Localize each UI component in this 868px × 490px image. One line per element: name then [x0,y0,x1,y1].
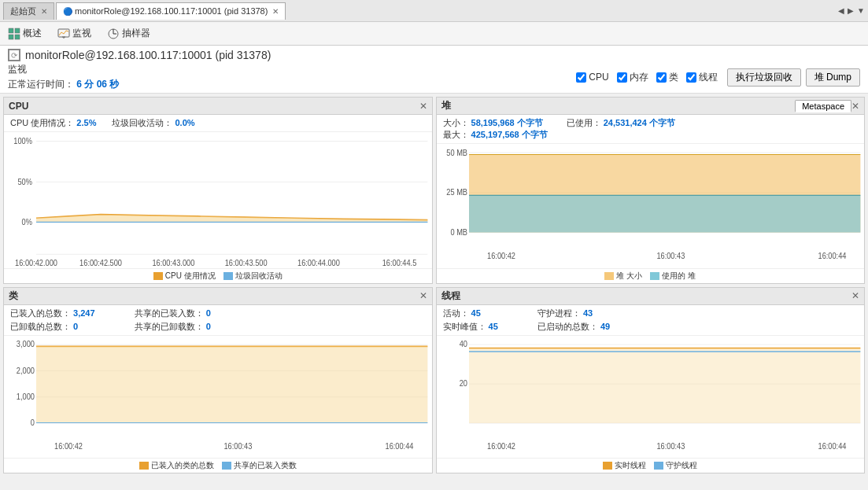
uptime-label: 正常运行时间： [8,79,74,90]
toolbar-sampler[interactable]: 抽样器 [104,25,153,42]
svg-text:40: 40 [459,340,467,348]
toolbar-monitor[interactable]: 监视 [54,25,94,42]
checkbox-cpu[interactable]: CPU [576,71,608,84]
cpu-chart: 100% 50% 0% 16:00:42.000 16:00:42.500 16… [4,132,432,268]
classes-panel-header: 类 ✕ [4,288,432,305]
threads-active-value: 45 [471,308,481,318]
classes-panel-subheader: 已装入的总数： 3,247 已卸载的总数： 0 共享的已装入数： 0 共享的已卸… [4,305,432,336]
uptime-label-row: 正常运行时间： 6 分 06 秒 [8,78,119,91]
threads-chart: 40 20 16:00:42 16:00:43 16:00:44 [437,336,865,459]
classes-panel-body: 3,000 2,000 1,000 0 16:00:42 16:00:43 16… [4,336,432,459]
svg-text:16:00:44.000: 16:00:44.000 [297,259,340,268]
toolbar: 概述 监视 抽样器 [0,22,868,46]
cpu-legend-usage: CPU 使用情况 [153,271,216,282]
heap-tab-metaspace[interactable]: Metaspace [795,100,851,112]
threads-started-label: 已启动的总数： [537,322,598,331]
checkbox-threads[interactable]: 线程 [686,71,718,84]
toolbar-overview[interactable]: 概述 [5,25,45,42]
heap-size-stat: 大小： 58,195,968 个字节 [443,117,543,129]
svg-marker-57 [469,348,860,423]
overview-icon [8,28,20,40]
checkbox-memory-input[interactable] [617,72,627,83]
svg-text:16:00:44: 16:00:44 [818,442,847,451]
svg-rect-1 [15,28,20,33]
cpu-panel-close[interactable]: ✕ [419,101,427,112]
threads-legend-live-label: 实时线程 [615,460,646,471]
threads-started-value: 49 [600,322,610,331]
classes-panel-title: 类 [9,289,419,303]
checkboxes: CPU 内存 类 线程 [576,71,717,84]
checkbox-classes[interactable]: 类 [656,71,678,84]
toolbar-sampler-label: 抽样器 [122,27,150,40]
threads-legend-live-color [603,462,612,470]
cpu-panel-subheader: CPU 使用情况： 2.5% 垃圾回收活动： 0.0% [4,115,432,132]
threads-peak-stat: 实时峰值： 45 [443,321,498,333]
classes-loaded-value: 3,247 [73,308,95,318]
threads-panel-subheader: 活动： 45 实时峰值： 45 守护进程： 43 已启动的总数： 49 [437,305,865,336]
svg-text:2,000: 2,000 [17,366,35,374]
gc-button[interactable]: 执行垃圾回收 [727,68,801,87]
tab-monitor-close[interactable]: ✕ [272,7,279,16]
tab-home[interactable]: 起始页 ✕ [3,2,54,20]
cpu-usage-label: CPU 使用情况： [10,118,74,127]
heap-tabs: Metaspace [795,100,851,112]
classes-panel-close[interactable]: ✕ [419,290,427,301]
toolbar-monitor-label: 监视 [72,27,91,40]
classes-chart: 3,000 2,000 1,000 0 16:00:42 16:00:43 16… [4,336,432,459]
heap-panel-close[interactable]: ✕ [851,101,859,112]
checkbox-classes-input[interactable] [656,72,667,83]
classes-shared-loaded-label: 共享的已装入数： [135,308,204,318]
svg-text:16:00:42.500: 16:00:42.500 [79,259,122,268]
heap-panel-header: 堆 Metaspace ✕ [437,98,865,115]
tab-monitor[interactable]: 🔵 monitorRole@192.168.100.117:10001 (pid… [56,2,286,20]
svg-marker-46 [36,346,427,423]
svg-rect-0 [9,28,13,33]
uptime-value: 6 分 06 秒 [76,79,119,90]
threads-stats-right: 守护进程： 43 已启动的总数： 49 [537,308,610,333]
svg-text:0 MB: 0 MB [450,227,467,236]
heap-dump-button[interactable]: 堆 Dump [806,68,860,87]
heap-max-value: 425,197,568 个字节 [471,130,548,139]
classes-loaded-stat: 已装入的总数： 3,247 [10,308,95,319]
nav-menu[interactable]: ▼ [857,6,865,15]
checkbox-memory[interactable]: 内存 [617,71,648,84]
svg-text:16:00:42: 16:00:42 [487,442,515,451]
heap-panel: 堆 Metaspace ✕ 大小： 58,195,968 个字节 已使用： 24… [436,97,866,284]
monitor-info: 监视 正常运行时间： 6 分 06 秒 [8,63,119,91]
heap-chart: 50 MB 25 MB 0 MB 16:00:42 16:00:43 16:00… [437,144,865,268]
process-title-row: ⟳ monitorRole@192.168.100.117:10001 (pid… [8,49,860,61]
classes-unloaded-label: 已卸载的总数： [10,322,71,331]
threads-panel-title: 线程 [441,289,852,303]
svg-text:16:00:43: 16:00:43 [223,442,252,451]
heap-panel-title: 堆 [441,99,796,112]
classes-panel: 类 ✕ 已装入的总数： 3,247 已卸载的总数： 0 共享的已装入数： 0 [3,287,433,474]
classes-stats-right: 共享的已装入数： 0 共享的已卸载数： 0 [135,308,211,333]
svg-text:16:00:42: 16:00:42 [54,442,83,451]
svg-text:0: 0 [31,418,35,427]
heap-legend-used-color [650,272,659,280]
classes-shared-unloaded-label: 共享的已卸载数： [135,322,204,331]
threads-daemon-value: 43 [583,308,593,318]
heap-used-stat: 已使用： 24,531,424 个字节 [567,117,675,129]
svg-text:16:00:43.000: 16:00:43.000 [152,259,194,268]
threads-peak-label: 实时峰值： [443,322,486,331]
checkbox-classes-label: 类 [669,71,678,84]
nav-forward[interactable]: ▶ [848,6,854,15]
classes-shared-unloaded-stat: 共享的已卸载数： 0 [135,321,211,333]
classes-shared-loaded-value: 0 [206,308,211,318]
sampler-icon [107,28,120,40]
svg-rect-3 [15,35,20,39]
threads-panel-close[interactable]: ✕ [851,290,859,301]
checkbox-threads-input[interactable] [686,72,696,83]
checkbox-cpu-input[interactable] [576,72,586,83]
threads-active-stat: 活动： 45 [443,308,498,319]
svg-text:1,000: 1,000 [17,392,35,400]
uptime-row: 监视 正常运行时间： 6 分 06 秒 CPU 内存 类 [8,63,860,91]
threads-started-stat: 已启动的总数： 49 [537,321,610,333]
toolbar-overview-label: 概述 [23,27,42,40]
heap-panel-subheader: 大小： 58,195,968 个字节 已使用： 24,531,424 个字节 最… [437,115,865,144]
checkbox-threads-label: 线程 [699,71,718,84]
svg-text:25 MB: 25 MB [446,188,467,197]
heap-stats-row2: 最大： 425,197,568 个字节 [443,129,859,141]
nav-back[interactable]: ◀ [838,6,844,15]
